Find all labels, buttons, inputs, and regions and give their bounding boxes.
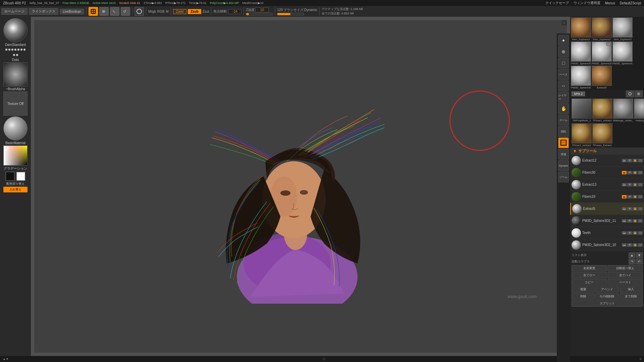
ts-item-3[interactable]: PM3D_Sphere3C (571, 42, 591, 65)
dynamic-label[interactable]: Dynamic (304, 8, 317, 12)
alpha-preview[interactable] (3, 62, 28, 86)
sc-lock-7[interactable]: 🔒 (633, 243, 637, 247)
subtool-item-extract12[interactable]: Extract12 ▬ 👁 🔒 □ (570, 155, 644, 167)
copy-btn[interactable]: コピー (572, 279, 607, 286)
delete-btn[interactable]: 削除 (572, 293, 595, 300)
ts-item-8[interactable]: TMPolyMesh_1 (572, 99, 592, 122)
sc-eye-2[interactable]: 👁 (627, 183, 632, 186)
ts-item-11[interactable]: matsuge_Tool (634, 99, 644, 122)
zcut-label[interactable]: Zcut (203, 10, 209, 13)
ts-thumb-0[interactable] (571, 17, 591, 38)
sc-toggle-7[interactable]: ▬ (622, 243, 627, 247)
liveboolean-btn[interactable]: LiveBoolean (60, 9, 84, 14)
sc-eye-5[interactable]: 👁 (627, 219, 632, 223)
ts-thumb-9[interactable] (592, 99, 612, 119)
insert-btn[interactable]: 挿入 (620, 286, 643, 293)
sc-lock-5[interactable]: 🔒 (633, 219, 637, 223)
list-display-up[interactable]: ▲ (629, 252, 635, 258)
texture-preview[interactable]: Texture Off (3, 92, 28, 116)
swap-colors-btn[interactable]: 入れ替え (3, 187, 28, 192)
sc-vis-0[interactable]: □ (638, 159, 643, 162)
sc-eye-3[interactable]: 👁 (627, 195, 632, 198)
ts-item-10[interactable]: Matsuge_under_ (613, 99, 633, 122)
3d-viewport[interactable]: www.gsuit.com ▪ (34, 20, 567, 353)
rvb-5[interactable]: スーム (558, 115, 569, 125)
split-btn[interactable]: スプリット (572, 300, 643, 307)
ts-thumb-2[interactable] (612, 17, 633, 38)
move-icon-btn[interactable]: ⊕ (99, 7, 109, 16)
auto-collapse-label[interactable]: 自動コラプス (572, 259, 628, 264)
spix-label[interactable]: SPix 2 (572, 92, 585, 96)
ts-thumb-8[interactable] (572, 99, 592, 119)
sc-lock-6[interactable]: 🔒 (633, 231, 637, 235)
ts-thumb-4[interactable]: 12 (592, 42, 612, 62)
rvb-1[interactable]: ⊕ (558, 46, 569, 57)
rvb-dynamic[interactable]: Dynami (558, 160, 569, 171)
ts-thumb-13[interactable] (592, 123, 612, 143)
ts-thumb-6[interactable] (571, 66, 591, 86)
rvb-solid[interactable]: 実描 (558, 149, 569, 160)
sc-vis-3[interactable]: □ (638, 195, 643, 198)
ts-item-7[interactable]: Extract5 (592, 66, 612, 89)
sc-toggle-6[interactable]: ▬ (622, 231, 627, 235)
sc-vis-5[interactable]: □ (638, 219, 643, 223)
default-zscript-btn[interactable]: DefaultZScript (618, 1, 643, 5)
sc-vis-4[interactable]: □ (638, 207, 643, 210)
ts-item-9[interactable]: TPose1_extract. (592, 99, 612, 122)
sc-lock-0[interactable]: 🔒 (633, 159, 637, 162)
sc-lock-4[interactable]: 🔒 (633, 207, 637, 210)
spix-ctrl-2[interactable] (635, 90, 643, 97)
dots-preview[interactable] (5, 47, 25, 57)
brush-size-value[interactable]: 120 (277, 8, 283, 12)
mrgb-label[interactable]: Mrgb (148, 10, 156, 13)
sc-lock-3[interactable]: 🔒 (633, 195, 637, 198)
lightbox-btn[interactable]: ライトボックス (29, 8, 58, 15)
subtool-item-teeth[interactable]: Teeth ▬ 👁 🔒 □ (570, 227, 644, 239)
spix-ctrl-1[interactable] (626, 90, 634, 97)
menus-btn[interactable]: Menus (603, 1, 617, 5)
brush-preview[interactable] (3, 18, 28, 42)
rvb-layer[interactable]: レイヤー (558, 92, 569, 103)
ts-item-0[interactable]: Skin_Zsphere2 (571, 17, 591, 41)
sc-toggle-4[interactable]: ▬ (622, 207, 627, 210)
subtool-header[interactable]: ▼ サブツール (570, 147, 644, 155)
rotate-icon-btn[interactable]: ↺ (121, 7, 130, 16)
append-btn[interactable]: アペンド (595, 286, 619, 293)
focal-value[interactable]: -14 (228, 9, 241, 14)
sc-toggle-0[interactable]: ▬ (622, 159, 627, 162)
material-preview[interactable] (3, 116, 28, 140)
delete-all-btn[interactable]: 全て削除 (620, 293, 643, 300)
z-intensity-bar[interactable] (246, 13, 273, 15)
ts-item-4[interactable]: 12 PM3D_Sphere3C (592, 42, 612, 65)
edit-btn[interactable] (89, 7, 98, 16)
ts-item-5[interactable]: PM3D_Sphere3C (612, 42, 633, 65)
canvas-area[interactable]: www.gsuit.com ▪ (31, 17, 570, 356)
ts-thumb-12[interactable] (572, 123, 592, 143)
list-display-down[interactable]: ▼ (636, 252, 643, 258)
ts-item-1[interactable]: Skin_Zsphere2 (592, 17, 612, 41)
ts-item-13[interactable]: TPoses_Extract. (592, 123, 612, 147)
subtool-item-pm3d10[interactable]: PM3D_Sphere3D2_10 ▬ 👁 🔒 □ (570, 239, 644, 251)
sc-eye-6[interactable]: 👁 (627, 231, 632, 235)
sc-toggle-5[interactable]: ▬ (622, 219, 627, 223)
rename-btn[interactable]: 名前変更 (572, 265, 607, 272)
auto-collapse-btn1[interactable]: ↷ (629, 259, 635, 264)
rvb-6[interactable]: 回転 (558, 126, 569, 137)
rvb-3[interactable]: ↔ (558, 80, 569, 91)
subtool-item-extract5[interactable]: Extract5 ▬ 👁 🔒 □ (570, 203, 644, 215)
sc-vis-6[interactable]: □ (638, 231, 643, 235)
ts-item-2[interactable]: Skin_Zsphere3 (612, 17, 633, 41)
subtool-item-fibers30[interactable]: Fibers30 ▬ 👁 🔒 □ (570, 167, 644, 179)
background-color[interactable] (16, 172, 25, 181)
subtool-item-extract13[interactable]: Extract13 ▬ 👁 🔒 □ (570, 179, 644, 191)
sc-toggle-3[interactable]: ▬ (622, 195, 627, 198)
sc-lock-2[interactable]: 🔒 (633, 183, 637, 186)
rvb-2[interactable]: □ (558, 58, 569, 68)
ts-thumb-7[interactable] (592, 66, 612, 86)
home-btn[interactable]: ホームページ (1, 8, 28, 15)
scale-icon-btn[interactable]: ⤡ (110, 7, 119, 16)
circle-mode-btn[interactable] (135, 7, 144, 16)
duplicate-btn[interactable]: 複製 (572, 286, 595, 293)
ts-thumb-10[interactable] (613, 99, 633, 119)
sc-vis-1[interactable]: □ (638, 171, 643, 174)
